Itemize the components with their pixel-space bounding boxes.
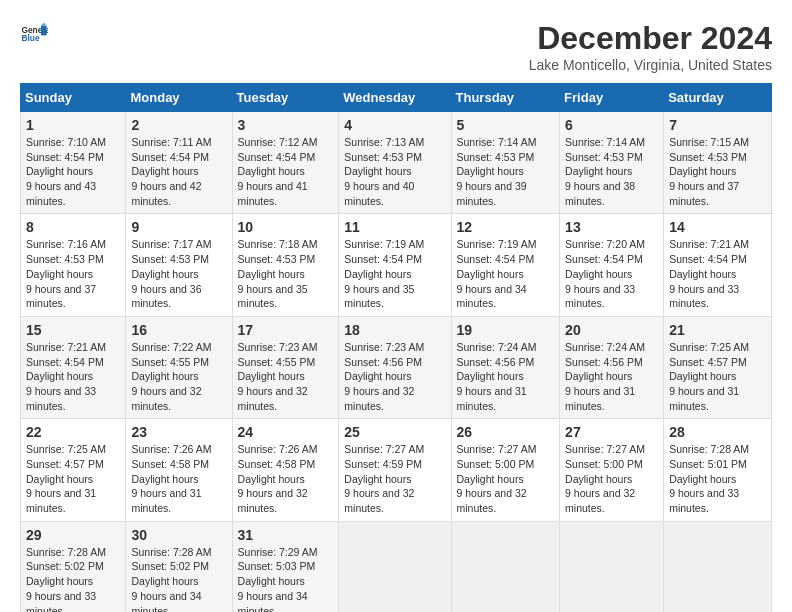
day-info: Sunrise: 7:27 AMSunset: 5:00 PMDaylight … xyxy=(565,442,658,515)
calendar-cell: 8Sunrise: 7:16 AMSunset: 4:53 PMDaylight… xyxy=(21,214,126,316)
weekday-header-row: SundayMondayTuesdayWednesdayThursdayFrid… xyxy=(21,84,772,112)
day-info: Sunrise: 7:28 AMSunset: 5:02 PMDaylight … xyxy=(131,545,226,612)
day-info: Sunrise: 7:25 AMSunset: 4:57 PMDaylight … xyxy=(26,442,120,515)
calendar-cell: 11Sunrise: 7:19 AMSunset: 4:54 PMDayligh… xyxy=(339,214,451,316)
day-info: Sunrise: 7:17 AMSunset: 4:53 PMDaylight … xyxy=(131,237,226,310)
day-number: 21 xyxy=(669,322,766,338)
day-info: Sunrise: 7:24 AMSunset: 4:56 PMDaylight … xyxy=(457,340,555,413)
day-number: 24 xyxy=(238,424,334,440)
day-number: 3 xyxy=(238,117,334,133)
day-info: Sunrise: 7:21 AMSunset: 4:54 PMDaylight … xyxy=(669,237,766,310)
day-info: Sunrise: 7:27 AMSunset: 5:00 PMDaylight … xyxy=(457,442,555,515)
day-number: 13 xyxy=(565,219,658,235)
logo: General Blue xyxy=(20,20,48,48)
day-number: 10 xyxy=(238,219,334,235)
day-number: 4 xyxy=(344,117,445,133)
day-info: Sunrise: 7:16 AMSunset: 4:53 PMDaylight … xyxy=(26,237,120,310)
day-info: Sunrise: 7:15 AMSunset: 4:53 PMDaylight … xyxy=(669,135,766,208)
day-number: 17 xyxy=(238,322,334,338)
calendar-cell: 14Sunrise: 7:21 AMSunset: 4:54 PMDayligh… xyxy=(664,214,772,316)
day-number: 2 xyxy=(131,117,226,133)
calendar-cell xyxy=(451,521,560,612)
calendar-table: SundayMondayTuesdayWednesdayThursdayFrid… xyxy=(20,83,772,612)
day-number: 7 xyxy=(669,117,766,133)
calendar-cell xyxy=(664,521,772,612)
calendar-cell: 28Sunrise: 7:28 AMSunset: 5:01 PMDayligh… xyxy=(664,419,772,521)
day-number: 19 xyxy=(457,322,555,338)
calendar-week-row: 29Sunrise: 7:28 AMSunset: 5:02 PMDayligh… xyxy=(21,521,772,612)
day-info: Sunrise: 7:18 AMSunset: 4:53 PMDaylight … xyxy=(238,237,334,310)
calendar-cell: 2Sunrise: 7:11 AMSunset: 4:54 PMDaylight… xyxy=(126,112,232,214)
calendar-cell: 12Sunrise: 7:19 AMSunset: 4:54 PMDayligh… xyxy=(451,214,560,316)
calendar-cell: 13Sunrise: 7:20 AMSunset: 4:54 PMDayligh… xyxy=(560,214,664,316)
calendar-cell: 3Sunrise: 7:12 AMSunset: 4:54 PMDaylight… xyxy=(232,112,339,214)
day-number: 20 xyxy=(565,322,658,338)
logo-icon: General Blue xyxy=(20,20,48,48)
day-info: Sunrise: 7:19 AMSunset: 4:54 PMDaylight … xyxy=(457,237,555,310)
day-info: Sunrise: 7:10 AMSunset: 4:54 PMDaylight … xyxy=(26,135,120,208)
day-number: 14 xyxy=(669,219,766,235)
day-info: Sunrise: 7:14 AMSunset: 4:53 PMDaylight … xyxy=(457,135,555,208)
day-number: 8 xyxy=(26,219,120,235)
weekday-header: Sunday xyxy=(21,84,126,112)
calendar-cell: 29Sunrise: 7:28 AMSunset: 5:02 PMDayligh… xyxy=(21,521,126,612)
day-info: Sunrise: 7:28 AMSunset: 5:01 PMDaylight … xyxy=(669,442,766,515)
weekday-header: Tuesday xyxy=(232,84,339,112)
day-number: 16 xyxy=(131,322,226,338)
day-number: 22 xyxy=(26,424,120,440)
day-number: 25 xyxy=(344,424,445,440)
day-number: 26 xyxy=(457,424,555,440)
day-info: Sunrise: 7:13 AMSunset: 4:53 PMDaylight … xyxy=(344,135,445,208)
day-info: Sunrise: 7:26 AMSunset: 4:58 PMDaylight … xyxy=(131,442,226,515)
weekday-header: Wednesday xyxy=(339,84,451,112)
calendar-cell: 10Sunrise: 7:18 AMSunset: 4:53 PMDayligh… xyxy=(232,214,339,316)
calendar-cell xyxy=(560,521,664,612)
weekday-header: Saturday xyxy=(664,84,772,112)
day-info: Sunrise: 7:14 AMSunset: 4:53 PMDaylight … xyxy=(565,135,658,208)
calendar-cell: 5Sunrise: 7:14 AMSunset: 4:53 PMDaylight… xyxy=(451,112,560,214)
day-number: 12 xyxy=(457,219,555,235)
day-info: Sunrise: 7:23 AMSunset: 4:56 PMDaylight … xyxy=(344,340,445,413)
day-info: Sunrise: 7:27 AMSunset: 4:59 PMDaylight … xyxy=(344,442,445,515)
calendar-week-row: 22Sunrise: 7:25 AMSunset: 4:57 PMDayligh… xyxy=(21,419,772,521)
day-info: Sunrise: 7:29 AMSunset: 5:03 PMDaylight … xyxy=(238,545,334,612)
calendar-cell: 27Sunrise: 7:27 AMSunset: 5:00 PMDayligh… xyxy=(560,419,664,521)
main-title: December 2024 xyxy=(529,20,772,57)
calendar-cell: 18Sunrise: 7:23 AMSunset: 4:56 PMDayligh… xyxy=(339,316,451,418)
day-number: 15 xyxy=(26,322,120,338)
calendar-week-row: 1Sunrise: 7:10 AMSunset: 4:54 PMDaylight… xyxy=(21,112,772,214)
calendar-cell: 20Sunrise: 7:24 AMSunset: 4:56 PMDayligh… xyxy=(560,316,664,418)
day-info: Sunrise: 7:24 AMSunset: 4:56 PMDaylight … xyxy=(565,340,658,413)
day-number: 11 xyxy=(344,219,445,235)
title-section: December 2024 Lake Monticello, Virginia,… xyxy=(529,20,772,73)
day-number: 28 xyxy=(669,424,766,440)
day-info: Sunrise: 7:19 AMSunset: 4:54 PMDaylight … xyxy=(344,237,445,310)
day-number: 5 xyxy=(457,117,555,133)
day-number: 18 xyxy=(344,322,445,338)
day-number: 31 xyxy=(238,527,334,543)
day-info: Sunrise: 7:28 AMSunset: 5:02 PMDaylight … xyxy=(26,545,120,612)
day-number: 30 xyxy=(131,527,226,543)
calendar-week-row: 15Sunrise: 7:21 AMSunset: 4:54 PMDayligh… xyxy=(21,316,772,418)
calendar-cell: 31Sunrise: 7:29 AMSunset: 5:03 PMDayligh… xyxy=(232,521,339,612)
day-number: 6 xyxy=(565,117,658,133)
calendar-cell: 7Sunrise: 7:15 AMSunset: 4:53 PMDaylight… xyxy=(664,112,772,214)
calendar-cell: 6Sunrise: 7:14 AMSunset: 4:53 PMDaylight… xyxy=(560,112,664,214)
weekday-header: Friday xyxy=(560,84,664,112)
calendar-cell: 1Sunrise: 7:10 AMSunset: 4:54 PMDaylight… xyxy=(21,112,126,214)
weekday-header: Thursday xyxy=(451,84,560,112)
calendar-cell xyxy=(339,521,451,612)
calendar-cell: 4Sunrise: 7:13 AMSunset: 4:53 PMDaylight… xyxy=(339,112,451,214)
header: General Blue December 2024 Lake Monticel… xyxy=(20,20,772,73)
day-info: Sunrise: 7:25 AMSunset: 4:57 PMDaylight … xyxy=(669,340,766,413)
calendar-cell: 26Sunrise: 7:27 AMSunset: 5:00 PMDayligh… xyxy=(451,419,560,521)
calendar-cell: 9Sunrise: 7:17 AMSunset: 4:53 PMDaylight… xyxy=(126,214,232,316)
day-info: Sunrise: 7:11 AMSunset: 4:54 PMDaylight … xyxy=(131,135,226,208)
day-number: 27 xyxy=(565,424,658,440)
calendar-cell: 17Sunrise: 7:23 AMSunset: 4:55 PMDayligh… xyxy=(232,316,339,418)
day-info: Sunrise: 7:12 AMSunset: 4:54 PMDaylight … xyxy=(238,135,334,208)
day-info: Sunrise: 7:22 AMSunset: 4:55 PMDaylight … xyxy=(131,340,226,413)
day-number: 29 xyxy=(26,527,120,543)
svg-marker-2 xyxy=(41,26,47,36)
subtitle: Lake Monticello, Virginia, United States xyxy=(529,57,772,73)
